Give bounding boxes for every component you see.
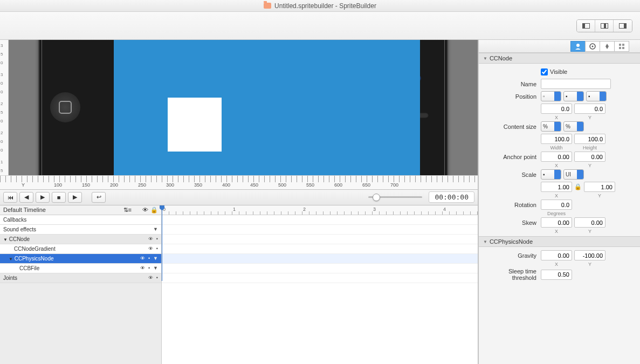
timeline-row[interactable]: Sound effects▼ [0, 225, 161, 235]
skew-y-input[interactable] [574, 217, 605, 228]
timeline-row[interactable]: CCBFile👁•▼ [0, 264, 161, 273]
section-ccphysicsnode[interactable]: CCPhysicsNode [479, 236, 640, 247]
tab-item-properties[interactable] [570, 41, 586, 52]
disclosure-icon[interactable]: ▼ [3, 237, 8, 242]
timeline-lane[interactable] [162, 264, 478, 273]
timeline-row[interactable]: ▼ CCNode👁• [0, 235, 161, 244]
track-label: CCNodeGradient [14, 246, 56, 252]
scale-x-input[interactable] [541, 182, 572, 192]
name-input[interactable] [541, 79, 611, 89]
tab-code-connections[interactable] [585, 41, 600, 52]
timeline-lane[interactable] [162, 273, 478, 283]
layout-center-button[interactable] [595, 20, 614, 32]
goto-start-button[interactable]: ⏮ [3, 192, 17, 203]
position-yunit-dropdown[interactable]: ▪ [586, 91, 607, 101]
timeline-lane[interactable] [162, 254, 478, 264]
tab-physics[interactable] [600, 41, 615, 52]
sleep-threshold-input[interactable] [541, 270, 572, 280]
eye-icon[interactable]: 👁 [148, 246, 153, 251]
speaker-icon [405, 113, 429, 118]
play-button[interactable]: ▶ [68, 192, 82, 203]
gravity-y-input[interactable] [574, 250, 605, 260]
playhead[interactable] [162, 205, 162, 281]
grid-icon [618, 43, 625, 50]
content-height-input[interactable] [574, 134, 605, 144]
position-x-input[interactable] [541, 104, 572, 114]
position-ref-dropdown[interactable]: ▫ [541, 91, 561, 101]
canvas-stage[interactable] [9, 40, 478, 175]
eye-icon[interactable]: 👁 [148, 275, 153, 280]
scale-type-dropdown[interactable]: ▪ [541, 169, 561, 180]
timeline-row[interactable]: ▼ CCPhysicsNode👁•▼ [0, 254, 161, 264]
content-width-input[interactable] [541, 134, 572, 144]
position-xunit-dropdown[interactable]: ▪ [563, 91, 584, 101]
tab-template[interactable] [614, 41, 629, 52]
timeline-lane[interactable] [162, 215, 478, 225]
step-back-button[interactable]: ◀ [19, 192, 33, 203]
timeline-lane[interactable] [162, 235, 478, 244]
expand-icon[interactable]: ▼ [153, 226, 158, 232]
disclosure-icon[interactable]: ▼ [9, 257, 13, 262]
camera-icon [415, 75, 421, 81]
document-name: Untitled.spritebuilder - SpriteBuilder [274, 2, 376, 10]
keyframe-dot-icon[interactable]: • [156, 246, 158, 251]
folder-icon [264, 3, 271, 9]
scale-ui-dropdown[interactable]: UI [563, 169, 584, 180]
timeline-row[interactable]: Joints👁• [0, 273, 161, 283]
keyframe-dot-icon[interactable]: • [156, 275, 158, 280]
position-label: Position [484, 93, 541, 100]
panel-right-icon [619, 23, 627, 29]
scale-lock-icon[interactable]: 🔒 [574, 183, 582, 190]
scale-y-input[interactable] [584, 182, 615, 192]
layout-right-button[interactable] [614, 20, 632, 32]
rotation-label: Rotation [484, 202, 541, 208]
expand-icon[interactable]: ▼ [153, 256, 158, 261]
gravity-x-input[interactable] [541, 250, 572, 260]
window-titlebar: Untitled.spritebuilder - SpriteBuilder [0, 0, 640, 12]
anchor-y-input[interactable] [574, 152, 605, 162]
keyframe-dot-icon[interactable]: • [156, 236, 158, 242]
scene-node[interactable] [114, 40, 420, 189]
eye-icon[interactable]: 👁 [148, 236, 153, 242]
content-wunit-dropdown[interactable]: % [541, 121, 561, 132]
track-label: CCBFile [19, 265, 39, 271]
horizontal-ruler: Y 100 150 200 250 300 350 400 450 500 55… [0, 175, 478, 189]
keyframe-dot-icon[interactable]: • [148, 256, 150, 261]
step-forward-button[interactable]: ▶ [36, 192, 50, 203]
keyframe-dot-icon[interactable]: • [148, 265, 150, 271]
home-button-icon [50, 92, 80, 122]
eye-icon[interactable]: 👁 [140, 265, 145, 271]
rotation-input[interactable] [541, 200, 572, 210]
loop-button[interactable]: ↩ [92, 192, 106, 203]
timeline-options-icon[interactable]: ⇅≡ [123, 207, 132, 214]
skew-label: Skew [484, 219, 541, 226]
timecode-display: 00:00:00 [429, 191, 474, 203]
section-ccnode[interactable]: CCNode [479, 53, 640, 64]
eye-icon[interactable]: 👁 [140, 256, 145, 261]
position-y-input[interactable] [574, 104, 605, 114]
expand-icon[interactable]: ▼ [153, 265, 158, 271]
timeline-selector[interactable]: Default Timeline [3, 207, 46, 213]
timeline-row[interactable]: Callbacks [0, 215, 161, 225]
anchor-x-input[interactable] [541, 152, 572, 162]
timeline-lane[interactable] [162, 244, 478, 254]
inspector-panel: CCNode Visible Name Position ▫ ▪ ▪ [478, 40, 640, 364]
timeline-row[interactable]: CCNodeGradient👁• [0, 244, 161, 254]
properties-icon [574, 43, 582, 50]
ccbfile-node[interactable] [168, 98, 222, 152]
main-toolbar [0, 12, 640, 40]
track-label: CCPhysicsNode [15, 256, 54, 262]
svg-point-0 [576, 44, 580, 47]
svg-point-2 [592, 45, 594, 47]
skew-x-input[interactable] [541, 217, 572, 228]
stop-button[interactable]: ■ [52, 192, 66, 203]
track-label: Joints [3, 275, 17, 281]
zoom-slider[interactable] [368, 196, 422, 198]
layout-left-button[interactable] [577, 20, 595, 32]
timeline-lane[interactable] [162, 225, 478, 235]
device-frame [38, 40, 448, 189]
timeline-ruler[interactable]: 0 1 2 3 4 [162, 205, 478, 215]
visible-checkbox[interactable] [541, 68, 548, 75]
content-hunit-dropdown[interactable]: % [563, 121, 584, 132]
track-label: Callbacks [3, 217, 26, 223]
